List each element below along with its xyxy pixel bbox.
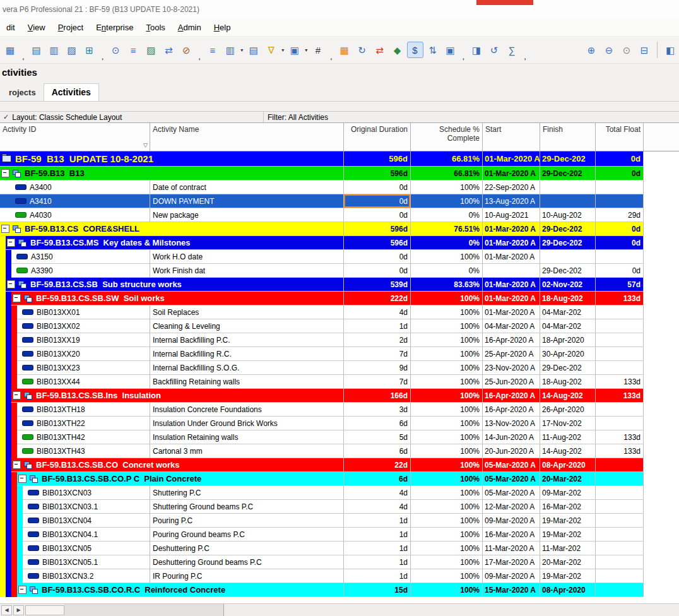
cell-finish[interactable]: 11-Mar-202 — [540, 542, 596, 555]
cell-float[interactable] — [596, 347, 644, 361]
cell-finish[interactable]: 14-Aug-202 — [540, 444, 596, 458]
cell-activity-id[interactable]: BIB013XCN03 — [23, 486, 150, 500]
cell-activity-name[interactable]: Date of contract — [150, 181, 344, 194]
collapse-button[interactable] — [13, 391, 21, 400]
activity-row[interactable]: BIB013XCN04.1Pouring Ground beams P.C1d1… — [0, 528, 679, 542]
cell-activity-name[interactable]: Internal Backfilling P.C. — [150, 333, 344, 347]
cell-activity-id[interactable]: BIB013XCN03.1 — [23, 500, 150, 514]
cell-pct[interactable]: 100% — [411, 375, 483, 389]
cell-start[interactable]: 23-Nov-2020 A — [483, 361, 540, 375]
cell-dur[interactable]: 1d — [344, 542, 411, 555]
cell-activity-name[interactable]: Insulation Concrete Foundations — [150, 403, 344, 417]
spotlight-icon[interactable]: ▦ — [336, 42, 353, 58]
cell-float[interactable] — [596, 500, 644, 514]
timescale-icon[interactable]: ◨ — [468, 42, 485, 58]
activity-row[interactable]: BIB013XX01Soil Replaces4d100%01-Mar-2020… — [0, 305, 679, 319]
cell-start[interactable] — [483, 264, 540, 278]
column-header-name[interactable]: Activity Name — [150, 123, 344, 151]
cell-start[interactable]: 01-Mar-2020 A — [483, 236, 540, 250]
cell-dur[interactable]: 7d — [344, 347, 411, 361]
cell-wbs-title[interactable]: BF-59.B13.CS.SB.CO.R.C Reinforced Concre… — [17, 583, 344, 597]
wbs-band-row[interactable]: BF-59.B13.CS.SB.CO Concret works22d100%0… — [0, 458, 679, 472]
cell-float[interactable] — [596, 458, 644, 472]
cell-start[interactable]: 04-Mar-2020 A — [483, 319, 540, 333]
cell-activity-id[interactable]: A3390 — [11, 264, 150, 278]
cell-dur[interactable]: 22d — [344, 458, 411, 472]
cell-dur[interactable]: 166d — [344, 389, 411, 403]
find-icon[interactable]: ⊙ — [107, 42, 124, 58]
columns-icon[interactable]: ▥ — [222, 42, 239, 58]
cell-finish[interactable]: 08-Apr-2020 — [540, 458, 596, 472]
collapse-button[interactable] — [18, 475, 27, 483]
cell-finish[interactable]: 11-Aug-202 — [540, 430, 596, 444]
cell-dur[interactable]: 6d — [344, 417, 411, 430]
cell-activity-name[interactable]: Insulation Retaining walls — [150, 430, 344, 444]
wbs-band-row[interactable]: BF-59.B13.CS.SB.Ins Insulation166d100%16… — [0, 389, 679, 403]
cell-finish[interactable] — [540, 181, 596, 194]
cell-pct[interactable]: 100% — [411, 569, 483, 583]
activity-row[interactable]: A3150Work H.O date0d100%01-Mar-2020 A — [0, 250, 679, 264]
cell-activity-name[interactable]: DOWN PAYMENT — [150, 194, 344, 208]
cell-finish[interactable]: 18-Aug-202 — [540, 292, 596, 305]
cell-start[interactable]: 05-Mar-2020 A — [483, 486, 540, 500]
cell-start[interactable]: 22-Sep-2020 A — [483, 181, 540, 194]
cell-finish[interactable]: 17-Nov-202 — [540, 417, 596, 430]
cell-activity-id[interactable]: BIB013XCN05.1 — [23, 555, 150, 569]
cell-pct[interactable]: 100% — [411, 194, 483, 208]
cell-float[interactable] — [596, 181, 644, 194]
cell-pct[interactable]: 100% — [411, 472, 483, 486]
cell-pct[interactable]: 100% — [411, 333, 483, 347]
cell-activity-id[interactable]: BIB013XCN04.1 — [23, 528, 150, 542]
cell-wbs-title[interactable]: BF-59 B13 UPDATE 10-8-2021 — [0, 151, 344, 167]
cell-wbs-title[interactable]: BF-59.B13.CS.SB.Ins Insulation — [11, 389, 344, 403]
cell-activity-id[interactable]: BIB013XCN04 — [23, 514, 150, 528]
bars-icon[interactable]: ≡ — [125, 42, 141, 58]
cell-start[interactable]: 10-Aug-2021 — [483, 208, 540, 222]
wbs-band-row[interactable]: BF-59.B13.CS.SB.CO.R.C Reinforced Concre… — [0, 583, 679, 597]
cell-dur[interactable]: 4d — [344, 486, 411, 500]
cell-dur[interactable]: 7d — [344, 375, 411, 389]
cell-activity-name[interactable]: Cleaning & Leveling — [150, 319, 344, 333]
cell-float[interactable] — [596, 319, 644, 333]
scrollbar-track[interactable] — [64, 604, 224, 616]
cell-float[interactable] — [596, 472, 644, 486]
cell-pct[interactable]: 0% — [411, 208, 483, 222]
cell-float[interactable]: 0d — [596, 222, 644, 236]
cell-finish[interactable] — [540, 194, 596, 208]
cell-float[interactable] — [596, 555, 644, 569]
activity-row[interactable]: BIB013XX44Backfilling Retaining walls7d1… — [0, 375, 679, 389]
cell-dur[interactable]: 0d — [344, 194, 411, 208]
schedule-icon[interactable]: $ — [407, 42, 423, 58]
cell-wbs-title[interactable]: BF-59.B13.CS CORE&SHELL — [0, 222, 344, 236]
cell-dur[interactable]: 596d — [344, 222, 411, 236]
cell-start[interactable]: 01-Mar-2020 A — [483, 292, 540, 305]
cell-float[interactable] — [596, 569, 644, 583]
cell-pct[interactable]: 100% — [411, 528, 483, 542]
cell-start[interactable]: 13-Nov-2020 A — [483, 417, 540, 430]
cell-pct[interactable]: 100% — [411, 417, 483, 430]
cell-float[interactable] — [596, 194, 644, 208]
scroll-left-button[interactable]: ◀ — [1, 605, 12, 615]
cell-dur[interactable]: 3d — [344, 403, 411, 417]
cell-activity-name[interactable]: Soil Replaces — [150, 305, 344, 319]
cell-finish[interactable]: 19-Mar-202 — [540, 569, 596, 583]
global-change-icon[interactable]: ⇄ — [372, 42, 388, 58]
cell-start[interactable]: 09-Mar-2020 A — [483, 514, 540, 528]
cell-activity-name[interactable]: Work H.O date — [150, 250, 344, 264]
activity-row[interactable]: A4030New package0d0%10-Aug-202110-Aug-20… — [0, 208, 679, 222]
cell-activity-name[interactable]: New package — [150, 208, 344, 222]
cell-pct[interactable]: 100% — [411, 486, 483, 500]
cell-start[interactable]: 01-Mar-2020 A — [483, 167, 540, 181]
number-sign-icon[interactable]: # — [310, 42, 326, 58]
collapse-button[interactable] — [1, 169, 9, 177]
cell-start[interactable]: 01-Mar-2020 A — [483, 151, 540, 167]
column-header-dur[interactable]: Original Duration — [344, 123, 411, 151]
cell-float[interactable] — [596, 403, 644, 417]
cell-dur[interactable]: 0d — [344, 264, 411, 278]
menu-item-dit[interactable]: dit — [0, 20, 21, 35]
cell-activity-name[interactable]: Backfilling Retaining walls — [150, 375, 344, 389]
cell-float[interactable]: 0d — [596, 167, 644, 181]
cell-pct[interactable]: 100% — [411, 347, 483, 361]
collapse-button[interactable] — [13, 461, 21, 469]
cell-pct[interactable]: 0% — [411, 264, 483, 278]
